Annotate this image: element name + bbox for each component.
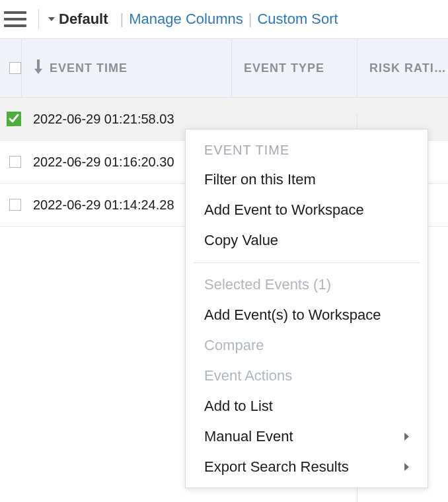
- custom-sort-link[interactable]: Custom Sort: [257, 11, 338, 28]
- manage-columns-link[interactable]: Manage Columns: [129, 11, 243, 28]
- column-header-event-type[interactable]: EVENT TYPE: [231, 39, 357, 97]
- row-checkbox[interactable]: [9, 156, 21, 168]
- chevron-right-icon: [404, 433, 409, 441]
- checkbox-checked-icon[interactable]: [7, 112, 21, 126]
- separator: [38, 9, 39, 29]
- chevron-right-icon: [404, 463, 409, 471]
- preset-dropdown-label[interactable]: Default: [59, 11, 108, 28]
- header-checkbox-cell: [0, 39, 21, 97]
- menu-section-header: EVENT TIME: [186, 137, 428, 164]
- column-header-label: EVENT TYPE: [244, 61, 324, 75]
- menu-item-export-search-results[interactable]: Export Search Results: [186, 452, 428, 482]
- row-checkbox-cell: [0, 98, 21, 140]
- hamburger-menu-icon[interactable]: [4, 8, 26, 30]
- menu-section-header-selected-events: Selected Events (1): [186, 269, 428, 300]
- menu-item-add-events-to-workspace[interactable]: Add Event(s) to Workspace: [186, 300, 428, 330]
- menu-item-add-event-to-workspace[interactable]: Add Event to Workspace: [186, 195, 428, 225]
- row-checkbox[interactable]: [9, 199, 21, 211]
- cell-event-time: 2022-06-29 01:21:58.03: [21, 112, 231, 127]
- column-header-risk-rating[interactable]: RISK RATI…: [357, 39, 448, 97]
- column-header-event-time[interactable]: EVENT TIME: [21, 39, 231, 97]
- menu-item-manual-event[interactable]: Manual Event: [186, 421, 428, 452]
- menu-item-add-to-list[interactable]: Add to List: [186, 391, 428, 421]
- menu-divider: [194, 262, 420, 263]
- menu-item-compare: Compare: [186, 330, 428, 361]
- row-checkbox-cell: [0, 184, 21, 226]
- menu-section-header-event-actions: Event Actions: [186, 361, 428, 391]
- separator: |: [120, 11, 124, 28]
- top-bar: Default | Manage Columns | Custom Sort: [0, 0, 448, 38]
- chevron-down-icon[interactable]: [48, 17, 55, 21]
- row-checkbox-cell: [0, 141, 21, 183]
- select-all-checkbox[interactable]: [9, 62, 21, 74]
- menu-item-copy-value[interactable]: Copy Value: [186, 225, 428, 256]
- context-menu: EVENT TIME Filter on this Item Add Event…: [185, 129, 428, 488]
- table-header: EVENT TIME EVENT TYPE RISK RATI…: [0, 38, 448, 98]
- column-header-label: EVENT TIME: [50, 61, 128, 75]
- sort-descending-icon: [34, 59, 43, 77]
- separator: |: [248, 11, 252, 28]
- menu-item-filter[interactable]: Filter on this Item: [186, 164, 428, 195]
- column-header-label: RISK RATI…: [369, 61, 447, 75]
